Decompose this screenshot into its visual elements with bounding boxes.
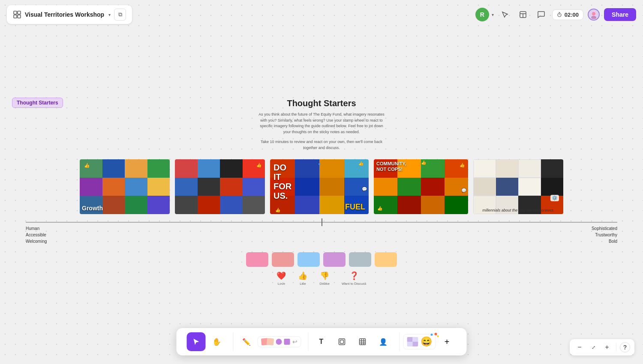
moodboard-4[interactable]: COMMUNITY,NOT COPS! 👍 👍 👍 ● ● ● 💬 ● (374, 159, 468, 214)
user-pic-icon (589, 10, 598, 19)
labels-row: Human Accessible Welcoming Sophisticated… (26, 225, 617, 245)
emoji-icon: 😄 (421, 336, 432, 347)
label-left-3: Welcoming (26, 238, 47, 245)
mb4-react-3: 👍 (377, 206, 382, 211)
svg-rect-2 (14, 15, 17, 18)
zoom-out-button[interactable]: − (574, 342, 585, 353)
emoji-panel[interactable]: 😄 (403, 334, 436, 349)
shape-rect (284, 339, 290, 345)
svg-rect-13 (360, 339, 366, 345)
section-desc: As you think about the future of The Equ… (257, 112, 386, 135)
content-area: Thought Starters As you think about the … (26, 98, 617, 286)
text-tool[interactable]: T (312, 332, 331, 351)
frame-tool[interactable] (333, 332, 352, 351)
notification-icon[interactable] (588, 9, 600, 21)
moodboard-5[interactable]: ● ● ● ⚙️ millennials about the way we ta… (473, 159, 563, 214)
shape-arrow: ↩ (292, 338, 297, 345)
mb5-dot3: ● (518, 159, 520, 160)
timeline-center-marker (322, 218, 322, 226)
mb1-dot-4: ● (93, 213, 95, 214)
zoom-fit-button[interactable]: ⤢ (588, 342, 599, 353)
label-right: Sophisticated Trustworthy Bold (592, 225, 617, 245)
moodboards-row: Growth 👍 ● ● ● ● ● ● 👍 (26, 159, 617, 214)
label-left-2: Accessible (26, 232, 47, 238)
swatch-pink[interactable] (246, 252, 268, 267)
swatch-gray[interactable] (349, 252, 371, 267)
timeline (26, 222, 617, 223)
legend-like: 👍 Like (298, 271, 307, 286)
swatch-orange[interactable] (375, 252, 397, 267)
label-left: Human Accessible Welcoming (26, 225, 47, 245)
board-icon (13, 10, 21, 19)
mb5-dot1: ● (508, 213, 510, 214)
moodboard-3[interactable]: ● ● DOITFORUS. FUEL 👍 👍 💬 (270, 159, 369, 214)
comment-icon[interactable] (534, 8, 548, 21)
mb3-text-2: FUEL (345, 203, 365, 212)
zoom-in-button[interactable]: + (601, 342, 613, 353)
legend-love: ❤️ Love (276, 271, 286, 286)
board-title: Visual Territories Workshop (25, 11, 104, 18)
svg-rect-0 (14, 11, 17, 14)
mb3-react-3: 💬 (362, 187, 367, 191)
layout-icon[interactable] (516, 8, 530, 21)
label-right-1: Sophisticated (592, 225, 617, 232)
mb1-dot-3: ● (144, 159, 146, 160)
copy-button[interactable]: ⧉ (114, 9, 126, 21)
swatch-blue[interactable] (297, 252, 320, 267)
table-tool[interactable] (353, 332, 372, 351)
sticky-peach (267, 338, 274, 345)
share-button[interactable]: Share (604, 8, 636, 21)
legend-discuss: ❓ Want to Discuss (342, 271, 367, 286)
canvas: Thought Starters Thought Starters As you… (0, 0, 643, 364)
swatch-salmon[interactable] (272, 252, 294, 267)
swatch-purple[interactable] (323, 252, 346, 267)
avatar-chevron-icon[interactable]: ▾ (492, 12, 494, 17)
legend-like-label: Like (300, 282, 306, 286)
mb4-react-1: 👍 (421, 160, 426, 165)
emoji-preview (407, 337, 418, 346)
header-right: R ▾ 02:00 (475, 8, 636, 21)
mb2-dot: ● (218, 213, 220, 214)
user-avatar[interactable]: R (475, 8, 489, 21)
section-sub-desc: Take 10 minutes to review and react on y… (257, 139, 386, 151)
label-right-3: Bold (592, 238, 617, 245)
dislike-icon: 👎 (320, 271, 329, 280)
timer-value: 02:00 (565, 12, 579, 18)
svg-rect-12 (340, 340, 344, 343)
like-icon: 👍 (298, 271, 307, 280)
legend-dislike-label: Dislike (319, 282, 330, 286)
svg-point-9 (592, 12, 595, 15)
tool-group-draw: ✏️ ↩ (233, 332, 305, 351)
shapes-tool[interactable]: ↩ (258, 336, 301, 347)
label-right-2: Trustworthy (592, 232, 617, 238)
mb3-react-1: 👍 (275, 208, 280, 212)
mb5-react: ⚙️ (550, 195, 559, 201)
label-left-1: Human (26, 225, 47, 232)
mb3-react-2: 👍 (358, 161, 364, 166)
mb4-react-2: 👍 (460, 163, 465, 167)
timeline-line (26, 222, 617, 223)
hand-tool[interactable]: ✋ (207, 332, 226, 351)
add-tool[interactable]: + (438, 332, 457, 351)
svg-point-10 (591, 16, 596, 19)
mb1-react-1: 👍 (84, 163, 90, 168)
pen-tool[interactable]: ✏️ (237, 332, 256, 351)
toolbar: ✋ ✏️ ↩ T (177, 328, 467, 355)
confetti-yellow (437, 335, 439, 337)
mb1-dot-5: ● (118, 213, 120, 214)
confetti-blue (431, 334, 433, 336)
mb3-dot-top: ● (318, 162, 320, 166)
avatar-tool[interactable]: 👤 (374, 332, 393, 351)
moodboard-2[interactable]: ● 👍 (175, 159, 265, 214)
help-button[interactable]: ? (620, 342, 630, 352)
shape-ellipse (276, 339, 282, 345)
title-bar: Visual Territories Workshop ▾ ⧉ (7, 5, 132, 24)
timer-icon (557, 12, 562, 17)
header: Visual Territories Workshop ▾ ⧉ R ▾ (0, 5, 643, 24)
select-tool[interactable] (187, 332, 206, 351)
cursor-icon[interactable] (498, 8, 512, 21)
mb3-dot-bot: ● (318, 213, 320, 214)
mb5-subtext: millennials about the way we talk/connec… (482, 208, 554, 212)
moodboard-1[interactable]: Growth 👍 ● ● ● ● ● (80, 159, 170, 214)
title-chevron-icon[interactable]: ▾ (108, 12, 111, 17)
